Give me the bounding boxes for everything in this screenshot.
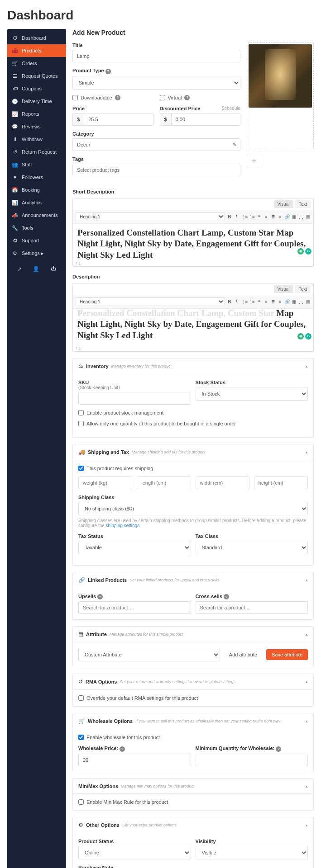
- sidebar-item-settings-[interactable]: ⚙Settings ▸: [7, 247, 66, 259]
- help-icon[interactable]: ?: [224, 594, 229, 599]
- tax-class-select[interactable]: Standard: [196, 541, 308, 554]
- stock-status-select[interactable]: In Stock: [196, 387, 308, 401]
- sidebar-item-support[interactable]: ✪Support: [7, 234, 66, 247]
- external-link-icon[interactable]: ↗: [17, 266, 22, 272]
- one-qty-checkbox[interactable]: [78, 421, 84, 426]
- save-attribute-button[interactable]: Save attribute: [266, 649, 308, 660]
- shipping-class-select[interactable]: No shipping class ($0): [78, 502, 308, 515]
- enable-stock-checkbox[interactable]: [78, 410, 84, 415]
- upsells-input[interactable]: [78, 601, 191, 614]
- attribute-select[interactable]: Custom Attribute: [78, 648, 220, 661]
- category-input[interactable]: [72, 138, 240, 151]
- sidebar-item-dashboard[interactable]: ⏱Dashboard: [7, 32, 66, 44]
- bold-icon[interactable]: B: [227, 297, 232, 306]
- more-icon[interactable]: ▤: [306, 212, 311, 221]
- user-icon[interactable]: 👤: [33, 266, 39, 272]
- align-right-icon[interactable]: ≡: [278, 212, 283, 221]
- align-left-icon[interactable]: ≡: [264, 297, 268, 306]
- sidebar-item-request-quotes[interactable]: ☰Request Quotes: [7, 70, 66, 82]
- text-tab[interactable]: Text: [295, 285, 311, 293]
- align-center-icon[interactable]: ≣: [270, 297, 275, 306]
- sidebar-item-followers[interactable]: ♥Followers: [7, 171, 66, 184]
- product-type-select[interactable]: Simple: [72, 76, 240, 90]
- sku-input[interactable]: [78, 392, 191, 405]
- sidebar-item-reports[interactable]: 📈Reports: [7, 108, 66, 120]
- length-input[interactable]: [137, 476, 191, 489]
- price-input[interactable]: [84, 113, 153, 126]
- ul-icon[interactable]: ⋮≡: [241, 297, 248, 306]
- schedule-link[interactable]: Schedule: [221, 106, 240, 113]
- discounted-input[interactable]: [171, 113, 240, 126]
- help-icon[interactable]: ?: [120, 746, 125, 752]
- sidebar-item-analytics[interactable]: 📊Analytics: [7, 196, 66, 209]
- visual-tab[interactable]: Visual: [274, 200, 293, 208]
- editor-content[interactable]: Personalized Constellation Chart Lamp, C…: [73, 224, 313, 260]
- more-icon[interactable]: ▤: [306, 297, 311, 306]
- sidebar-item-delivery-time[interactable]: 🕒Delivery Time: [7, 95, 66, 108]
- link-icon[interactable]: 🔗: [284, 212, 290, 221]
- chevron-up-icon[interactable]: ▴: [306, 679, 308, 684]
- add-attribute-button[interactable]: Add attribute: [224, 649, 263, 660]
- ol-icon[interactable]: 1≡: [249, 297, 254, 306]
- tags-input[interactable]: [72, 164, 240, 176]
- sidebar-item-coupons[interactable]: 🏷Coupons: [7, 82, 66, 95]
- product-status-select[interactable]: Online: [78, 846, 191, 859]
- help-icon[interactable]: ?: [97, 594, 103, 599]
- minmax-checkbox[interactable]: [78, 799, 84, 805]
- requires-shipping-checkbox[interactable]: [78, 466, 84, 471]
- sidebar-item-withdraw[interactable]: ⬇Withdraw: [7, 133, 66, 146]
- ul-icon[interactable]: ⋮≡: [241, 212, 248, 221]
- height-input[interactable]: [254, 476, 308, 489]
- bold-icon[interactable]: B: [227, 212, 232, 221]
- weight-input[interactable]: [78, 476, 132, 489]
- chevron-up-icon[interactable]: ▴: [306, 719, 308, 723]
- shipping-settings-link[interactable]: shipping settings: [106, 523, 140, 528]
- wholesale-minqty-input[interactable]: [196, 754, 308, 766]
- chevron-up-icon[interactable]: ▴: [306, 578, 308, 582]
- add-gallery-image[interactable]: +: [247, 154, 261, 168]
- align-left-icon[interactable]: ≡: [264, 212, 268, 221]
- sidebar-item-return-request[interactable]: ↺Return Request: [7, 146, 66, 158]
- image-icon[interactable]: ▦: [292, 212, 297, 221]
- wholesale-price-input[interactable]: [78, 754, 191, 766]
- fullscreen-icon[interactable]: ⛶: [298, 212, 303, 221]
- power-icon[interactable]: ⏻: [51, 266, 56, 272]
- align-right-icon[interactable]: ≡: [278, 297, 283, 306]
- enable-wholesale-checkbox[interactable]: [78, 735, 84, 740]
- fullscreen-icon[interactable]: ⛶: [298, 297, 303, 306]
- width-input[interactable]: [196, 476, 249, 489]
- title-input[interactable]: [72, 50, 240, 62]
- ol-icon[interactable]: 1≡: [249, 212, 254, 221]
- image-icon[interactable]: ▦: [292, 297, 297, 306]
- text-tab[interactable]: Text: [295, 200, 311, 208]
- featured-image-box[interactable]: [247, 42, 314, 149]
- visibility-select[interactable]: Visible: [196, 846, 308, 859]
- sidebar-item-products[interactable]: 🧰Products: [7, 44, 66, 57]
- sidebar-item-orders[interactable]: 🛒Orders: [7, 57, 66, 70]
- italic-icon[interactable]: I: [234, 212, 239, 221]
- format-select[interactable]: Heading 1: [76, 212, 225, 221]
- rma-override-checkbox[interactable]: [78, 695, 84, 701]
- help-icon[interactable]: ?: [184, 95, 190, 100]
- quote-icon[interactable]: ❝: [257, 212, 262, 221]
- help-icon[interactable]: ?: [276, 746, 281, 752]
- virtual-checkbox[interactable]: [160, 95, 165, 100]
- quote-icon[interactable]: ❝: [257, 297, 262, 306]
- editor-content[interactable]: Personalized Constellation Chart Lamp, C…: [73, 309, 313, 345]
- help-icon[interactable]: ?: [105, 69, 111, 74]
- sidebar-item-staff[interactable]: 👥Staff: [7, 158, 66, 171]
- format-select[interactable]: Heading 1: [76, 297, 225, 306]
- chevron-up-icon[interactable]: ▴: [306, 632, 308, 637]
- downloadable-checkbox[interactable]: [72, 95, 78, 100]
- chevron-up-icon[interactable]: ▴: [306, 450, 308, 454]
- sidebar-item-booking[interactable]: 📅Booking: [7, 184, 66, 196]
- sidebar-item-reviews[interactable]: 💬Reviews: [7, 120, 66, 133]
- chevron-up-icon[interactable]: ▴: [306, 364, 308, 368]
- visual-tab[interactable]: Visual: [274, 285, 293, 293]
- sidebar-item-tools[interactable]: 🔧Tools: [7, 222, 66, 234]
- crosssells-input[interactable]: [196, 601, 308, 614]
- help-icon[interactable]: ?: [115, 95, 120, 100]
- italic-icon[interactable]: I: [234, 297, 239, 306]
- tax-status-select[interactable]: Taxable: [78, 541, 191, 554]
- edit-icon[interactable]: ✎: [233, 142, 237, 147]
